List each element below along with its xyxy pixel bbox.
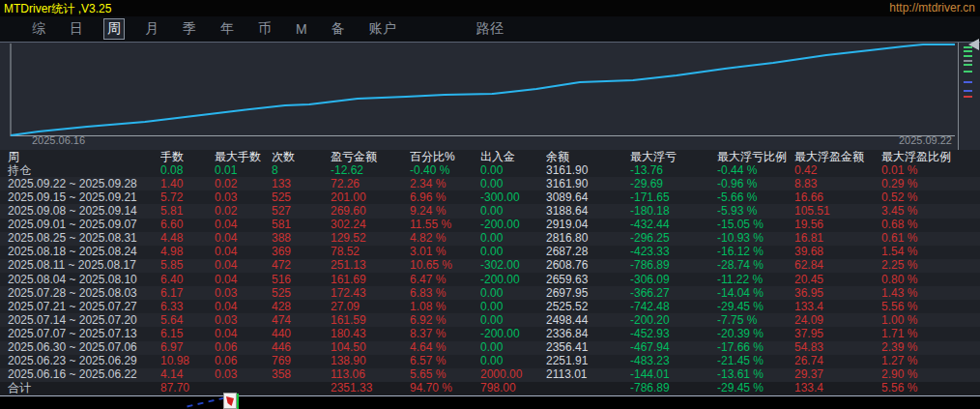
column-header: 次数 — [272, 151, 331, 163]
table-cell: 104.50 — [331, 341, 410, 354]
row-label: 2025.07.07 ~ 2025.07.13 — [0, 328, 160, 340]
menu-item-month[interactable]: 月 — [142, 19, 161, 39]
table-cell: -14.04 % — [717, 287, 794, 300]
table-cell: 6.33 — [160, 301, 215, 313]
column-header: 最大浮亏 — [630, 151, 717, 163]
table-cell: 105.51 — [794, 205, 881, 218]
table-cell: 172.43 — [331, 287, 410, 300]
table-cell: -180.18 — [630, 205, 717, 218]
table-cell: 6.57 % — [410, 355, 480, 367]
table-cell: 37.95 — [794, 328, 881, 340]
table-cell: 0.00 — [480, 232, 546, 245]
menu-item-composite[interactable]: 综 — [29, 19, 48, 39]
table-cell: -302.00 — [480, 259, 546, 272]
table-cell: 201.00 — [331, 191, 410, 204]
scroll-arrow-icon[interactable] — [968, 39, 979, 50]
table-cell: -13.61 % — [717, 368, 794, 381]
table-cell: 6.83 % — [410, 287, 480, 300]
table-row-position[interactable]: 持仓0.080.018-12.62-0.40 %0.003161.90-13.7… — [0, 163, 980, 177]
table-cell: 0.00 — [480, 205, 546, 218]
table-row-week[interactable]: 2025.06.16 ~ 2025.06.224.140.03358113.06… — [0, 368, 980, 382]
table-cell: 16.81 — [794, 232, 881, 245]
app-url-link[interactable]: http://mtdriver.cn — [889, 1, 975, 15]
table-cell: 302.24 — [331, 219, 410, 231]
column-header: 最大浮盈金额 — [794, 151, 881, 163]
menu-item-year[interactable]: 年 — [217, 19, 237, 39]
table-cell: 9.24 % — [410, 205, 480, 218]
table-cell: -200.00 — [480, 274, 546, 286]
table-cell: 0.61 % — [881, 232, 980, 245]
table-row-week[interactable]: 2025.06.23 ~ 2025.06.2910.980.06769138.9… — [0, 355, 980, 368]
menu-item-currency[interactable]: 币 — [255, 19, 274, 39]
table-cell: -0.96 % — [717, 178, 794, 190]
table-cell: 0.29 % — [881, 178, 980, 190]
table-row-week[interactable]: 2025.09.08 ~ 2025.09.145.810.02527269.60… — [0, 204, 980, 218]
table-row-week[interactable]: 2025.07.14 ~ 2025.07.205.640.03474161.59… — [0, 313, 980, 327]
table-cell: 6.47 % — [410, 274, 480, 286]
table-cell: -300.00 — [480, 191, 546, 204]
table-cell: -21.45 % — [717, 355, 794, 367]
table-cell: -452.93 — [630, 328, 717, 340]
table-row-week[interactable]: 2025.09.22 ~ 2025.09.281.400.0213372.262… — [0, 177, 980, 190]
table-row-week[interactable]: 2025.08.25 ~ 2025.08.314.480.04388129.52… — [0, 232, 980, 246]
table-cell: -171.65 — [630, 191, 717, 204]
table-row-week[interactable]: 2025.07.21 ~ 2025.07.276.330.0442827.091… — [0, 300, 980, 313]
column-header: 百分比% — [410, 151, 480, 163]
table-cell: 0.03 — [215, 191, 272, 204]
row-label: 2025.09.08 ~ 2025.09.14 — [0, 205, 160, 218]
row-label: 2025.07.21 ~ 2025.07.27 — [0, 301, 160, 313]
table-row-week[interactable]: 2025.06.30 ~ 2025.07.066.970.06446104.50… — [0, 341, 980, 355]
column-header: 出入金 — [480, 151, 546, 163]
icon-green-bar — [237, 394, 239, 409]
menu-item-account[interactable]: 账户 — [366, 19, 399, 39]
table-cell: 2498.44 — [546, 314, 630, 327]
column-header: 周 — [0, 151, 160, 163]
table-cell: -29.69 — [630, 178, 717, 190]
table-cell: 474 — [272, 314, 331, 327]
table-cell: 2.39 % — [881, 341, 980, 354]
table-row-week[interactable]: 2025.07.28 ~ 2025.08.036.170.03525172.43… — [0, 286, 980, 300]
table-cell: 6.40 — [160, 274, 215, 286]
table-cell: 0.04 — [215, 246, 272, 258]
table-cell: 0.04 — [215, 301, 272, 313]
table-row-week[interactable]: 2025.08.04 ~ 2025.08.106.400.04516161.69… — [0, 273, 980, 286]
table-cell: 2608.76 — [546, 259, 630, 272]
table-cell: 2816.80 — [546, 232, 630, 245]
table-cell: 3161.90 — [546, 164, 630, 177]
table-cell: 5.56 % — [881, 301, 980, 313]
table-cell: 0.06 — [215, 341, 272, 354]
table-cell: -432.44 — [630, 219, 717, 231]
table-row-week[interactable]: 2025.08.11 ~ 2025.08.175.850.04472251.13… — [0, 259, 980, 273]
table-row-week[interactable]: 2025.09.01 ~ 2025.09.076.600.04581302.24… — [0, 219, 980, 232]
table-cell: 358 — [272, 368, 331, 381]
table-cell: 54.83 — [794, 341, 881, 354]
desktop-app-icon[interactable] — [223, 393, 237, 409]
table-cell: 0.04 — [215, 232, 272, 245]
table-cell: 36.95 — [794, 287, 881, 300]
table-row-week[interactable]: 2025.09.15 ~ 2025.09.215.720.03525201.00… — [0, 190, 980, 204]
table-row-week[interactable]: 2025.08.18 ~ 2025.08.244.980.0436978.523… — [0, 246, 980, 259]
table-cell: -423.33 — [630, 246, 717, 258]
table-cell: 0.00 — [480, 246, 546, 258]
menu-item-backup[interactable]: 备 — [329, 19, 348, 39]
table-cell: -7.75 % — [717, 314, 794, 327]
table-cell: 6.92 % — [410, 314, 480, 327]
table-cell: 0.00 — [480, 287, 546, 300]
menu-item-m[interactable]: M — [293, 20, 310, 38]
table-cell: 0.04 — [215, 259, 272, 272]
menu-item-week[interactable]: 周 — [104, 19, 124, 39]
table-cell: -200.00 — [480, 328, 546, 340]
indicator-tick — [964, 55, 972, 57]
menu-item-day[interactable]: 日 — [67, 19, 86, 39]
indicator-tick — [964, 64, 972, 66]
table-cell: 769 — [272, 355, 331, 367]
table-cell: 0.00 — [480, 301, 546, 313]
table-cell: 8 — [272, 164, 331, 177]
table-cell: 87.70 — [160, 382, 215, 394]
indicator-tick — [964, 90, 972, 92]
table-row-week[interactable]: 2025.07.07 ~ 2025.07.136.150.04440180.43… — [0, 327, 980, 340]
menu-item-quarter[interactable]: 季 — [180, 19, 199, 39]
menu-item-path[interactable]: 路径 — [474, 19, 506, 39]
table-cell: 0.01 % — [881, 164, 980, 177]
table-cell: -29.45 % — [717, 301, 794, 313]
